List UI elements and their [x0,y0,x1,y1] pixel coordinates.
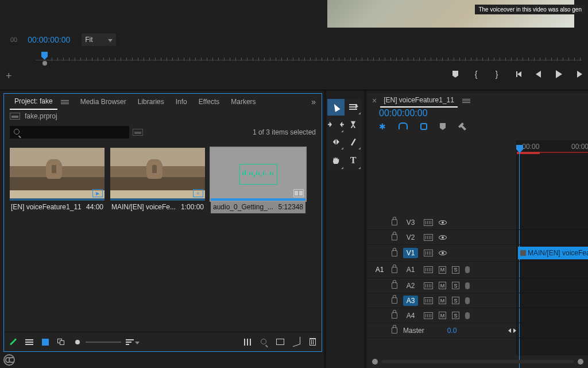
master-value[interactable]: 0.0 [447,327,457,335]
timeline-ruler-area[interactable]: ;00:00 00:00:05:0 MAIN/[EN] voiceFeat [517,140,588,355]
lane-v1[interactable]: MAIN/[EN] voiceFeat [517,245,588,262]
zoom-handle-left[interactable] [372,359,378,365]
clip-item[interactable]: ≡ MAIN/[EN] voiceFe... 1:00:00 [110,148,205,213]
vertical-divider[interactable] [364,91,366,368]
panel-menu-icon[interactable] [61,100,69,104]
lock-icon[interactable] [392,282,397,289]
program-playhead-handle[interactable] [42,61,47,66]
tab-project[interactable]: Project: fake [10,94,57,110]
lane-a1[interactable] [517,262,588,278]
hand-tool[interactable] [327,151,345,170]
lock-icon[interactable] [392,234,397,240]
sync-lock-icon[interactable] [424,219,433,226]
clip-item[interactable]: ▶ [EN] voiceFeature1_11 44:00 [10,148,105,213]
timeline-timecode[interactable]: 00:00:00:00 [379,108,428,118]
sync-lock-icon[interactable] [424,282,433,289]
track-target[interactable]: V3 [403,217,418,228]
new-bin-button[interactable] [276,338,285,347]
lock-icon[interactable] [392,312,397,319]
razor-tool[interactable] [345,116,362,133]
lock-icon[interactable] [392,297,397,304]
sync-lock-icon[interactable] [424,312,433,319]
sync-lock-icon[interactable] [424,297,433,304]
add-marker-icon[interactable] [440,123,446,130]
track-header-a3[interactable]: A3 M S [368,293,516,308]
slip-tool[interactable] [327,133,345,151]
close-sequence-button[interactable] [372,96,377,105]
clip-thumbnail[interactable]: ≡ [110,148,205,201]
project-search-input[interactable] [10,126,129,139]
thumbnail-size-track[interactable] [86,342,121,343]
timeline-lanes[interactable]: MAIN/[EN] voiceFeat [517,215,588,338]
lane-master[interactable] [517,323,588,338]
zoom-level-select[interactable]: Fit [82,33,116,46]
snap-icon[interactable] [399,122,408,131]
icon-view-button[interactable] [41,338,50,347]
mute-button[interactable]: M [439,282,446,289]
lane-a2[interactable] [517,278,588,293]
step-forward-button[interactable] [575,70,583,78]
linked-selection-icon[interactable] [420,123,427,130]
new-search-bin-icon[interactable] [133,129,143,136]
track-header-v3[interactable]: V3 [368,215,516,230]
sort-button[interactable] [128,338,137,347]
solo-button[interactable]: S [452,282,459,289]
lock-icon[interactable] [392,250,397,256]
play-button[interactable] [555,70,563,78]
sequence-tab[interactable]: [EN] voiceFeature1_11 [380,94,458,108]
program-timecode[interactable]: 00:00:00:00 [28,35,70,44]
find-button[interactable] [260,338,269,347]
lane-v2[interactable] [517,230,588,245]
vertical-divider[interactable] [324,91,326,368]
voice-record-icon[interactable] [465,282,470,289]
track-header-v2[interactable]: V2 [368,230,516,245]
mute-button[interactable]: M [439,297,446,304]
mute-button[interactable]: M [439,266,446,274]
track-target[interactable]: A3 [403,296,418,306]
track-target[interactable]: V2 [403,232,418,243]
solo-button[interactable]: S [452,266,459,274]
clip-item[interactable]: audio_0_Getting_... 5:12348 [211,148,305,213]
track-header-a4[interactable]: A4 M S [368,308,516,323]
sync-lock-icon[interactable] [424,266,433,273]
panel-menu-icon[interactable] [462,99,470,103]
track-header-a2[interactable]: A2 M S [368,278,516,293]
track-visibility-icon[interactable] [439,235,447,240]
list-view-button[interactable] [25,338,34,347]
go-to-in-button[interactable] [513,70,521,78]
mark-in-button[interactable] [472,70,480,78]
track-header-a1[interactable]: A1 A1 M S [368,262,516,278]
tab-effects[interactable]: Effects [194,94,224,109]
lock-icon[interactable] [392,219,397,225]
timeline-clip[interactable]: MAIN/[EN] voiceFeat [518,247,588,259]
type-tool[interactable]: T [345,151,362,170]
delete-button[interactable] [308,338,317,347]
clip-thumbnail[interactable] [211,148,305,201]
track-target[interactable]: V1 [403,248,418,258]
track-visibility-icon[interactable] [439,220,447,225]
track-target[interactable]: A1 [403,264,418,275]
selection-tool[interactable] [327,99,345,116]
zoom-handle-right[interactable] [578,359,583,365]
timeline-horizontal-scrollbar[interactable] [372,358,583,366]
voice-record-icon[interactable] [465,312,470,319]
output-icon[interactable] [508,328,516,333]
lock-icon[interactable] [392,327,397,334]
solo-button[interactable]: S [452,312,459,319]
creative-cloud-icon[interactable] [3,354,15,366]
clip-thumbnail[interactable]: ▶ [10,148,105,201]
program-time-ruler[interactable] [36,52,582,63]
add-marker-button[interactable]: + [6,70,12,82]
track-header-v1[interactable]: V1 [368,245,516,262]
step-back-button[interactable] [534,70,542,78]
lane-a4[interactable] [517,308,588,323]
solo-button[interactable]: S [452,297,459,304]
lane-a3[interactable] [517,293,588,308]
track-header-master[interactable]: Master 0.0 [368,323,516,338]
tabs-overflow-icon[interactable] [311,97,316,106]
ripple-edit-tool[interactable] [327,116,345,133]
write-mode-button[interactable] [9,338,18,347]
timeline-ruler[interactable]: ;00:00 00:00:05:0 [517,140,588,156]
lane-v3[interactable] [517,215,588,230]
sync-lock-icon[interactable] [424,234,433,241]
